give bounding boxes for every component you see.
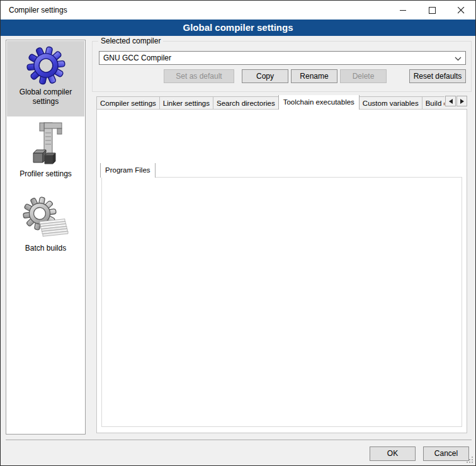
tab-toolchain-executables[interactable]: Toolchain executables — [278, 95, 360, 110]
dialog-window: Compiler settings Global compiler settin… — [0, 0, 476, 466]
blue-gear-icon — [25, 45, 67, 86]
tab-custom-variables[interactable]: Custom variables — [359, 96, 422, 110]
maximize-button[interactable] — [417, 1, 446, 20]
copy-button[interactable]: Copy — [242, 69, 288, 83]
tab-search-directories[interactable]: Search directories — [213, 96, 279, 110]
resize-grip[interactable] — [467, 457, 473, 463]
title-bar: Compiler settings — [1, 1, 475, 20]
minimize-button[interactable] — [388, 1, 417, 20]
sidebar-item-global-compiler-settings[interactable]: Global compiler settings — [7, 41, 84, 116]
sidebar-item-label: Global compiler settings — [7, 86, 84, 110]
left-arrow-icon — [449, 99, 453, 104]
dialog-heading: Global compiler settings — [1, 20, 475, 36]
ok-button[interactable]: OK — [370, 446, 416, 461]
close-button[interactable] — [446, 1, 475, 20]
minimize-icon — [400, 7, 407, 14]
delete-button: Delete — [340, 69, 387, 83]
tab-compiler-settings[interactable]: Compiler settings — [96, 96, 160, 110]
sidebar-item-batch-builds[interactable]: Batch builds — [7, 193, 84, 264]
settings-category-list: Global compiler settings — [6, 40, 86, 435]
cancel-button[interactable]: Cancel — [423, 446, 469, 461]
main-tab-strip: Compiler settings Linker settings Search… — [96, 95, 445, 110]
selected-compiler-group: Selected compiler GNU GCC Compiler Set a… — [92, 41, 472, 92]
sidebar-item-label: Batch builds — [7, 242, 84, 257]
selected-compiler-group-label: Selected compiler — [98, 37, 163, 45]
rename-button[interactable]: Rename — [291, 69, 337, 83]
sidebar-item-label: Profiler settings — [7, 168, 84, 183]
close-icon — [458, 7, 465, 14]
tab-linker-settings[interactable]: Linker settings — [159, 96, 213, 110]
chevron-down-icon — [455, 57, 462, 61]
sidebar-item-profiler-settings[interactable]: Profiler settings — [7, 119, 84, 185]
caliper-icon — [26, 120, 66, 168]
tab-build-options[interactable]: Build options — [422, 96, 445, 110]
footer-separator — [6, 440, 472, 440]
set-as-default-button: Set as default — [164, 69, 234, 83]
tab-scroll-right-button[interactable] — [456, 96, 467, 106]
gray-gear-stack-icon — [21, 195, 71, 242]
right-arrow-icon — [460, 99, 464, 104]
maximize-icon — [429, 7, 436, 14]
tab-scroll-left-button[interactable] — [445, 96, 456, 106]
selected-compiler-value: GNU GCC Compiler — [103, 54, 171, 62]
selected-compiler-combobox[interactable]: GNU GCC Compiler — [99, 51, 466, 65]
window-title: Compiler settings — [1, 6, 388, 14]
compiler-actions: Set as default Copy Rename Delete Reset … — [164, 69, 466, 83]
subtab-program-files[interactable]: Program Files — [100, 163, 156, 178]
reset-defaults-button[interactable]: Reset defaults — [409, 69, 466, 83]
program-files-page — [101, 177, 462, 427]
